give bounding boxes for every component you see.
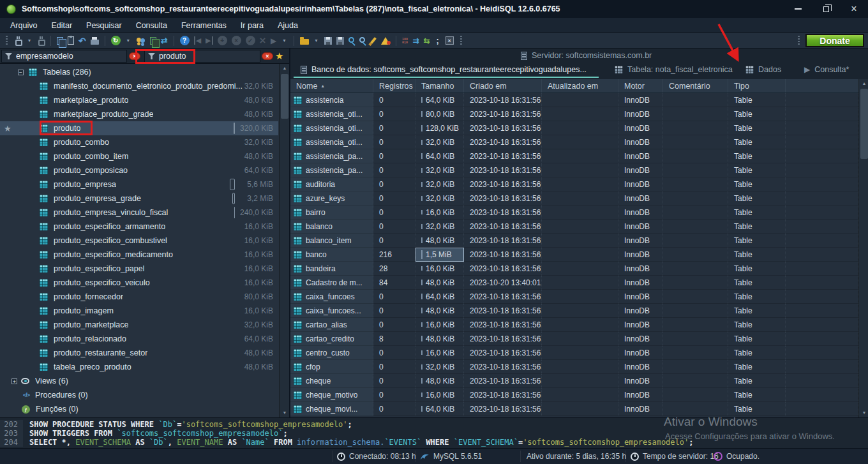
table-row-balanco[interactable]: balanco032,0 KiB2023-10-18 16:31:56InnoD… (290, 220, 858, 234)
minimize-button-icon[interactable] (784, 0, 812, 18)
undo-icon[interactable]: ↶ (79, 35, 86, 47)
table-row-assistencia-oti[interactable]: assistencia_oti...032,0 KiB2023-10-18 16… (290, 135, 858, 149)
column-header-tamanho[interactable]: Tamanho (415, 79, 464, 93)
table-row-assistencia-oti[interactable]: assistencia_oti...080,0 KiB2023-10-18 16… (290, 107, 858, 121)
delete-row-icon[interactable]: × (232, 35, 241, 47)
tree-item-produto-combo[interactable]: produto_combo32,0 KiB (0, 135, 278, 149)
table-row-centro-custo[interactable]: centro_custo016,0 KiB2023-10-18 16:31:56… (290, 346, 858, 360)
execute-icon[interactable]: ▶ (271, 35, 277, 47)
sync-arrows-icon[interactable]: ⇄ (161, 35, 168, 47)
favorites-filter-star-icon[interactable]: ★ (275, 50, 283, 62)
tree-item-marketplace-produto-grade[interactable]: marketplace_produto_grade48,0 KiB (0, 107, 278, 121)
column-header-registros[interactable]: Registros (373, 79, 415, 93)
column-header-motor[interactable]: Motor (618, 79, 663, 93)
collapse-expander-icon[interactable]: − (18, 70, 24, 75)
column-header-coment-rio[interactable]: Comentário (663, 79, 728, 93)
tree-item-produto-fornecedor[interactable]: produto_fornecedor80,0 KiB (0, 290, 278, 304)
table-row-cheque[interactable]: cheque048,0 KiB2023-10-18 16:31:56InnoDB… (290, 374, 858, 388)
tree-item-produto-empresa[interactable]: produto_empresa5,6 MiB (0, 177, 278, 191)
export-csv-icon[interactable] (150, 35, 156, 47)
table-row-bandeira[interactable]: bandeira2816,0 KiB2023-10-18 16:31:56Inn… (290, 262, 858, 276)
tab-table[interactable]: Tabela: nota_fiscal_eletronica (615, 65, 733, 74)
tree-item-produto-restaurante-setor[interactable]: produto_restaurante_setor48,0 KiB (0, 346, 278, 360)
favorite-star-icon[interactable]: ★ (4, 124, 11, 133)
tree-item-produto-especifico-medicamento[interactable]: produto_especifico_medicamento16,0 KiB (0, 248, 278, 262)
tree-item-produto-especifico-armamento[interactable]: produto_especifico_armamento16,0 KiB (0, 220, 278, 234)
column-header-criado-em[interactable]: Criado em (464, 79, 542, 93)
expand-icon[interactable]: + (11, 378, 17, 384)
column-header-atualizado-em[interactable]: Atualizado em (542, 79, 618, 93)
table-row-auditoria[interactable]: auditoria032,0 KiB2023-10-18 16:31:56Inn… (290, 177, 858, 191)
search-icon[interactable] (348, 35, 355, 47)
paste-icon[interactable] (68, 35, 74, 47)
last-row-icon[interactable]: ▶ (206, 35, 213, 47)
cleanup-icon[interactable] (370, 35, 377, 47)
table-row-balanco-item[interactable]: balanco_item048,0 KiB2023-10-18 16:31:56… (290, 234, 858, 248)
session-manager-icon[interactable] (136, 35, 146, 47)
sql-log-panel[interactable]: 202SHOW PROCEDURE STATUS WHERE `Db`='sof… (0, 417, 868, 448)
scroll-up-icon[interactable]: ▲ (280, 64, 289, 73)
help-icon[interactable]: ? (180, 35, 190, 47)
scroll-down-icon[interactable]: ▼ (280, 408, 289, 417)
first-row-icon[interactable]: ◀ (194, 35, 201, 47)
menu-editar[interactable]: Editar (45, 19, 79, 32)
binary-view-icon[interactable]: 100 010 (402, 35, 408, 47)
refresh-dropdown-icon[interactable]: ▾ (125, 35, 131, 47)
open-file-dropdown-icon[interactable]: ▾ (313, 35, 320, 47)
table-row-caixa-funcoes[interactable]: caixa_funcoes064,0 KiB2023-10-18 16:31:5… (290, 290, 858, 304)
database-filter-input[interactable]: empresamodelo (1, 50, 127, 63)
tree-item-views-6[interactable]: +Views (6) (0, 374, 278, 388)
refresh-icon[interactable]: ↻ (111, 35, 121, 47)
table-row-cadastro-de-m[interactable]: Cadastro de m...8448,0 KiB2023-10-20 13:… (290, 276, 858, 290)
tab-data[interactable]: Dados (745, 65, 781, 74)
tree-item-marketplace-produto[interactable]: marketplace_produto48,0 KiB (0, 93, 278, 107)
scrollbar-thumb[interactable] (860, 89, 868, 159)
menu-ir-para[interactable]: Ir para (234, 19, 270, 32)
tree-item-procedures-0[interactable]: </>Procedures (0) (0, 388, 278, 402)
table-row-assistencia-pa[interactable]: assistencia_pa...064,0 KiB2023-10-18 16:… (290, 149, 858, 163)
clear-grid-icon[interactable]: × (445, 35, 454, 47)
open-file-icon[interactable] (300, 35, 309, 47)
tab-query[interactable]: ▶ Consulta* (804, 65, 849, 74)
tree-item-produto-especifico-veiculo[interactable]: produto_especifico_veiculo16,0 KiB (0, 276, 278, 290)
disconnect-icon[interactable] (37, 35, 45, 47)
tree-item-produto-relacionado[interactable]: produto_relacionado64,0 KiB (0, 332, 278, 346)
table-row-azure-keys[interactable]: azure_keys032,0 KiB2023-10-18 16:31:56In… (290, 191, 858, 206)
connect-icon[interactable] (14, 35, 22, 47)
scroll-up-icon[interactable]: ▲ (859, 79, 868, 88)
tree-item-produto-imagem[interactable]: produto_imagem16,0 KiB (0, 304, 278, 318)
cancel-icon[interactable]: × (260, 35, 266, 47)
tree-item-produto-combo-item[interactable]: produto_combo_item48,0 KiB (0, 149, 278, 163)
close-button-icon[interactable]: × (840, 0, 868, 18)
table-row-cheque-motivo[interactable]: cheque_motivo016,0 KiB2023-10-18 16:31:5… (290, 388, 858, 402)
table-row-cartao-credito[interactable]: cartao_credito848,0 KiB2023-10-18 16:31:… (290, 332, 858, 346)
grid-scrollbar[interactable]: ▲ ▼ (858, 79, 868, 417)
save-as-icon[interactable] (336, 35, 344, 47)
table-row-bairro[interactable]: bairro016,0 KiB2023-10-18 16:31:56InnoDB… (290, 206, 858, 220)
find-replace-icon[interactable] (359, 35, 366, 47)
tab-database[interactable]: Banco de dados: softcoms_softcomshop_res… (301, 65, 587, 74)
insert-row-icon[interactable]: + (218, 35, 227, 47)
table-filter-input[interactable]: produto (144, 50, 260, 63)
tree-item-produto-empresa-vinculo-fiscal[interactable]: produto_empresa_vinculo_fiscal240,0 KiB (0, 206, 278, 220)
table-row-cheque-movi[interactable]: cheque_movi...064,0 KiB2023-10-18 16:31:… (290, 402, 858, 416)
table-row-assistencia-oti[interactable]: assistencia_oti...0128,0 KiB2023-10-18 1… (290, 121, 858, 135)
copy-icon[interactable] (57, 35, 63, 47)
table-row-caixa-funcoes[interactable]: caixa_funcoes...048,0 KiB2023-10-18 16:3… (290, 304, 858, 318)
table-row-banco[interactable]: banco2161,5 MiB2023-10-18 16:31:56InnoDB… (290, 248, 858, 262)
tree-item-produto-composicao[interactable]: produto_composicao64,0 KiB (0, 163, 278, 177)
delimiter-icon[interactable]: ; (435, 35, 441, 47)
menu-ajuda[interactable]: Ajuda (271, 19, 304, 32)
restore-button-icon[interactable] (812, 0, 840, 18)
menu-ferramentas[interactable]: Ferramentas (175, 19, 233, 32)
table-row-assistencia[interactable]: assistencia064,0 KiB2023-10-18 16:31:56I… (290, 93, 858, 107)
table-row-assistencia-pa[interactable]: assistencia_pa...032,0 KiB2023-10-18 16:… (290, 163, 858, 177)
table-row-cfop[interactable]: cfop032,0 KiB2023-10-18 16:31:56InnoDBTa… (290, 360, 858, 374)
save-icon[interactable] (324, 35, 332, 47)
tree-item-manifesto-documento-eletronico-produto-predomi[interactable]: manifesto_documento_eletronico_produto_p… (0, 79, 278, 93)
tree-root-tabelas[interactable]: −Tabelas (286) (0, 65, 278, 79)
print-icon[interactable] (91, 35, 99, 47)
reformat-icon[interactable]: ⇉ (413, 35, 419, 47)
execute-dropdown-icon[interactable]: ▾ (281, 35, 288, 47)
connect-dropdown-icon[interactable]: ▾ (26, 35, 33, 47)
